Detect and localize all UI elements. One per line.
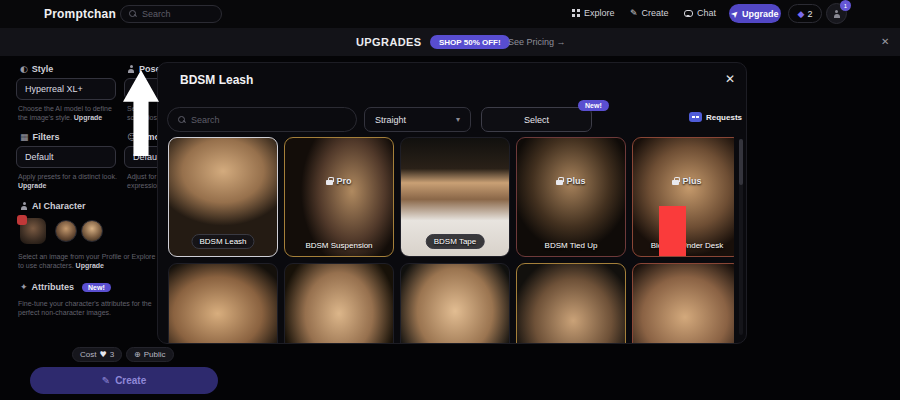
attributes-label: Attributes: [32, 282, 75, 292]
upgrades-banner: UPGRADES SHOP 50% OFF! See Pricing → ✕: [0, 28, 900, 56]
nav-chat-label: Chat: [697, 8, 716, 18]
character-thumbnail-badge: [17, 215, 27, 225]
select-button[interactable]: Select: [481, 107, 592, 132]
filters-help-text: Apply presets for a distinct look. Upgra…: [18, 172, 122, 190]
attributes-section-header: ✦ Attributes New!: [20, 282, 111, 292]
pose-search-input[interactable]: Search: [167, 107, 357, 132]
nav-explore[interactable]: Explore: [572, 8, 615, 18]
nav-chat[interactable]: Chat: [684, 8, 716, 18]
pose-card-bdsm-tape[interactable]: BDSM Tape: [400, 137, 510, 257]
character-avatar[interactable]: [81, 220, 103, 242]
poses-person-icon: [127, 65, 135, 73]
pose-card[interactable]: [284, 263, 394, 344]
pose-card[interactable]: [168, 263, 278, 344]
lock-icon: [326, 177, 333, 185]
character-avatar[interactable]: [55, 220, 77, 242]
filters-select[interactable]: Default: [16, 146, 116, 168]
category-value: Straight: [375, 115, 406, 125]
pose-card-bdsm-suspension[interactable]: Pro BDSM Suspension: [284, 137, 394, 257]
ai-character-help-text: Select an image from your Profile or Exp…: [18, 252, 158, 270]
discord-icon: [689, 112, 702, 122]
pose-card[interactable]: [400, 263, 510, 344]
top-search-placeholder: Search: [142, 9, 171, 19]
shop-sale-button[interactable]: SHOP 50% OFF!: [430, 35, 510, 49]
modal-close-icon[interactable]: ✕: [725, 72, 735, 86]
censor-overlay: [659, 206, 686, 257]
top-nav-bar: Promptchan Search Explore ✎ Create Chat …: [0, 0, 900, 28]
chevron-down-icon: ▾: [456, 115, 460, 124]
ai-character-section-header: AI Character: [20, 201, 86, 211]
modal-scrollbar-thumb[interactable]: [739, 139, 743, 185]
requests-label: Requests: [706, 113, 742, 122]
chat-bubble-icon: [684, 10, 693, 17]
ai-character-upgrade-link[interactable]: Upgrade: [76, 262, 104, 269]
style-help-text: Choose the AI model to define the image'…: [18, 104, 122, 122]
style-palette-icon: ◐: [20, 64, 28, 74]
pose-card-blowjob-under-desk[interactable]: Plus Blowjob Under Desk: [632, 137, 734, 257]
lock-icon: [556, 177, 563, 185]
style-section-header: ◐ Style: [20, 64, 53, 74]
banner-title: UPGRADES: [356, 36, 422, 48]
filters-value: Default: [25, 152, 54, 162]
attributes-new-badge: New!: [82, 283, 111, 292]
pose-card-label: BDSM Leash: [191, 234, 254, 249]
cost-value: 3: [110, 350, 114, 359]
modal-title: BDSM Leash: [180, 73, 253, 87]
ai-character-icon: [20, 202, 28, 210]
filters-label: Filters: [33, 132, 60, 142]
banner-close-icon[interactable]: ✕: [881, 36, 889, 47]
plus-badge: Plus: [633, 176, 734, 186]
attributes-help-text: Fine-tune your character's attributes fo…: [18, 299, 168, 317]
explore-grid-icon: [572, 9, 580, 17]
select-button-label: Select: [524, 115, 549, 125]
ai-character-label: AI Character: [32, 201, 86, 211]
filters-upgrade-link[interactable]: Upgrade: [18, 182, 46, 189]
requests-button[interactable]: Requests: [689, 112, 742, 122]
heart-icon: ♥: [99, 350, 106, 359]
cost-indicator: Cost ♥ 3: [72, 347, 122, 362]
upgrade-label: Upgrade: [742, 9, 779, 19]
avatar-person-icon: [833, 10, 841, 18]
see-pricing-link[interactable]: See Pricing →: [508, 37, 566, 47]
pose-card-label: BDSM Tied Up: [517, 241, 625, 250]
create-button-label: Create: [115, 375, 146, 386]
pose-search-placeholder: Search: [191, 115, 220, 125]
create-button[interactable]: ✎ Create: [30, 367, 218, 394]
rocket-icon: ➤: [729, 7, 741, 19]
globe-icon: ⊕: [134, 350, 141, 359]
pose-card[interactable]: [632, 263, 734, 344]
poses-modal: BDSM Leash ✕ Search Straight ▾ Select Ne…: [157, 62, 747, 344]
style-label: Style: [32, 64, 54, 74]
style-model-select[interactable]: Hyperreal XL+: [16, 78, 116, 100]
pose-card-bdsm-tied-up[interactable]: Plus BDSM Tied Up: [516, 137, 626, 257]
lock-icon: [672, 177, 679, 185]
gem-icon: ◆: [798, 9, 805, 19]
pose-card-grid: BDSM Leash Pro BDSM Suspension BDSM Tape…: [168, 137, 734, 344]
upgrade-button[interactable]: ➤ Upgrade: [729, 4, 781, 23]
gems-counter[interactable]: ◆ 2: [788, 4, 822, 23]
pose-card[interactable]: [516, 263, 626, 344]
top-search-input[interactable]: Search: [120, 5, 222, 23]
nav-create-label: Create: [642, 8, 669, 18]
select-new-badge: New!: [578, 100, 609, 111]
promptchan-logo[interactable]: Promptchan: [44, 7, 116, 21]
nav-explore-label: Explore: [584, 8, 615, 18]
create-pen-icon: ✎: [630, 8, 638, 18]
filters-icon: ▦: [20, 132, 29, 142]
notification-badge: 1: [840, 0, 851, 11]
create-wand-icon: ✎: [102, 375, 110, 386]
pose-card-bdsm-leash[interactable]: BDSM Leash: [168, 137, 278, 257]
plus-badge: Plus: [517, 176, 625, 186]
search-icon: [178, 116, 186, 124]
pose-card-label: BDSM Tape: [426, 234, 485, 249]
gems-count: 2: [807, 9, 812, 19]
attributes-sparkle-icon: ✦: [20, 282, 28, 292]
pose-card-label: BDSM Suspension: [285, 241, 393, 250]
style-model-value: Hyperreal XL+: [25, 84, 83, 94]
style-upgrade-link[interactable]: Upgrade: [74, 114, 102, 121]
search-icon: [129, 10, 137, 18]
public-label: Public: [144, 350, 166, 359]
category-dropdown[interactable]: Straight ▾: [364, 107, 471, 132]
nav-create[interactable]: ✎ Create: [630, 8, 669, 18]
public-toggle[interactable]: ⊕ Public: [126, 347, 174, 362]
